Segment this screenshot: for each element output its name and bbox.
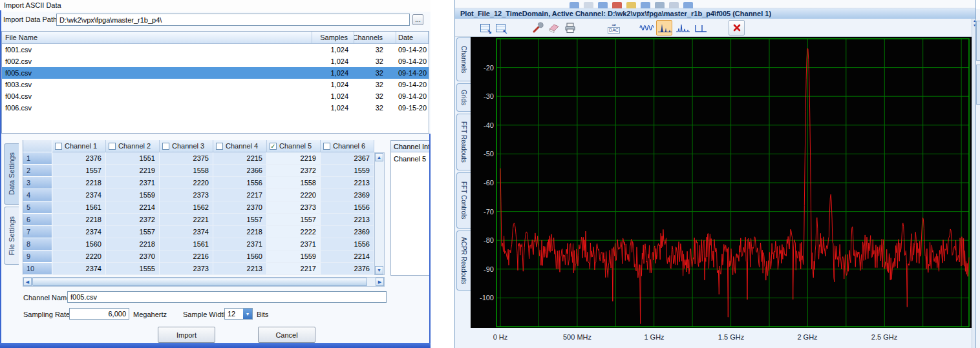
grid-cell[interactable]: 1562 (160, 201, 213, 214)
scroll-up-icon[interactable]: ▲ (375, 153, 383, 161)
grid-cell[interactable]: 2219 (106, 165, 160, 177)
import-data-button[interactable]: ↖ (493, 20, 509, 36)
grid-cell[interactable]: 1559 (267, 251, 321, 263)
file-row-f001.csv[interactable]: f001.csv1,0243209-14-20 (2, 44, 429, 56)
file-row-f006.csv[interactable]: f006.csv1,0243209-15-20 (2, 102, 429, 114)
scroll-down-icon[interactable]: ▼ (375, 266, 383, 274)
row-header[interactable]: 7 (23, 226, 52, 238)
row-header[interactable]: 9 (23, 251, 52, 263)
plot-canvas[interactable]: -20-30-40-50-60-70-80-90-100 (471, 37, 972, 328)
file-row-f002.csv[interactable]: f002.csv1,0243209-14-20 (2, 56, 429, 67)
dropdown-arrow-icon[interactable]: ▾ (243, 309, 252, 319)
scroll-left-icon[interactable]: ◀ (23, 278, 32, 286)
grid-cell[interactable]: 1557 (267, 214, 321, 226)
grid-cell[interactable]: 2373 (267, 201, 321, 214)
grid-cell[interactable]: 1560 (52, 238, 106, 251)
grid-cell[interactable]: 1561 (52, 201, 106, 214)
grid-cell[interactable]: 2221 (160, 214, 213, 226)
file-table-column-header[interactable]: Channels (354, 32, 396, 43)
dialog-titlebar[interactable]: Import ASCII Data (0, 0, 431, 12)
grid-cell[interactable]: 1551 (106, 152, 160, 165)
grid-cell[interactable]: 1555 (106, 263, 160, 275)
grid-cell[interactable]: 2213 (321, 214, 374, 226)
fft-view-button[interactable] (656, 20, 672, 36)
grid-cell[interactable]: 2218 (213, 226, 267, 238)
grid-cell[interactable]: 1556 (321, 238, 374, 251)
sampling-rate-input[interactable]: 6,000 (69, 308, 129, 320)
file-table-column-header[interactable]: Date (396, 32, 429, 43)
grid-cell[interactable]: 2374 (160, 226, 213, 238)
column-header-channel-4[interactable]: Channel 4 (213, 140, 267, 152)
plot-titlebar[interactable]: Plot_File_12_TimeDomain, Active Channel:… (455, 8, 976, 19)
grid-cell[interactable]: 2217 (267, 263, 321, 275)
column-header-channel-1[interactable]: Channel 1 (52, 140, 106, 152)
column-header-channel-2[interactable]: Channel 2 (106, 140, 160, 152)
grid-cell[interactable]: 2374 (52, 226, 106, 238)
grid-cell[interactable]: 2215 (213, 152, 267, 165)
print-button[interactable] (562, 20, 578, 36)
grid-cell[interactable]: 2220 (267, 189, 321, 201)
grid-cell[interactable]: 2218 (52, 214, 106, 226)
import-path-input[interactable]: D:\wk2\vpx\fpga\master_r1b_p4\ (56, 14, 410, 26)
grid-cell[interactable]: 1560 (213, 251, 267, 263)
grid-cell[interactable]: 2373 (160, 189, 213, 201)
plot-tab-grids[interactable]: Grids (456, 83, 471, 112)
grid-cell[interactable]: 2371 (106, 177, 160, 189)
grid-cell[interactable]: 2213 (213, 263, 267, 275)
channel-checkbox[interactable] (55, 143, 62, 150)
grid-cell[interactable]: 1558 (267, 177, 321, 189)
channel-checkbox[interactable] (323, 143, 330, 150)
time-domain-view-button[interactable] (638, 20, 654, 36)
grid-cell[interactable]: 2369 (321, 189, 374, 201)
scroll-right-icon[interactable]: ▶ (376, 278, 384, 286)
erase-plot-button[interactable] (546, 20, 562, 36)
column-header-channel-3[interactable]: Channel 3 (160, 140, 213, 152)
grid-cell[interactable]: 1556 (213, 177, 267, 189)
row-header[interactable]: 5 (23, 201, 52, 214)
row-header[interactable]: 4 (23, 189, 52, 201)
grid-cell[interactable]: 1558 (160, 165, 213, 177)
grid-cell[interactable]: 1557 (52, 165, 106, 177)
plot-tab-fft-controls[interactable]: FFT Controls (456, 172, 471, 229)
column-header-channel-5[interactable]: ✓Channel 5 (267, 140, 321, 152)
grid-cell[interactable]: 2222 (267, 226, 321, 238)
grid-cell[interactable]: 2219 (267, 152, 321, 165)
row-header[interactable]: 1 (23, 152, 52, 165)
right-scroll-strip[interactable]: ▴▾ (972, 19, 976, 348)
file-row-f004.csv[interactable]: f004.csv1,0243209-14-20 (2, 90, 429, 102)
grid-cell[interactable]: 1559 (321, 165, 374, 177)
grid-cell[interactable]: 1559 (106, 189, 160, 201)
grid-cell[interactable]: 2370 (106, 251, 160, 263)
file-row-f005.csv[interactable]: f005.csv1,0243209-14-20 (2, 67, 429, 79)
grid-cell[interactable]: 2372 (267, 165, 321, 177)
grid-cell[interactable]: 2369 (321, 226, 374, 238)
channel-checkbox[interactable] (216, 143, 223, 150)
grid-cell[interactable]: 2370 (213, 201, 267, 214)
tab-data-settings[interactable]: Data Settings (4, 143, 19, 205)
close-plot-button[interactable] (729, 20, 745, 36)
grid-cell[interactable]: 2376 (321, 263, 374, 275)
grid-cell[interactable]: 1557 (106, 226, 160, 238)
grid-cell[interactable]: 2220 (160, 177, 213, 189)
export-data-button[interactable]: ↘ (477, 20, 493, 36)
plot-tab-fft-readouts[interactable]: FFT Readouts (456, 114, 471, 170)
row-header[interactable]: 10 (23, 263, 52, 275)
grid-cell[interactable]: 2366 (213, 165, 267, 177)
channel-checkbox[interactable] (162, 143, 169, 150)
row-header[interactable]: 2 (23, 165, 52, 177)
column-header-channel-6[interactable]: Channel 6 (321, 140, 374, 152)
grid-cell[interactable]: 1561 (160, 238, 213, 251)
cancel-button[interactable]: Cancel (258, 327, 315, 343)
plot-tab-acpr-readouts[interactable]: ACPR Readouts (456, 230, 471, 291)
grid-cell[interactable]: 2374 (52, 189, 106, 201)
grid-cell[interactable]: 2213 (321, 177, 374, 189)
plot-tab-channels[interactable]: Channels (456, 37, 471, 81)
grid-cell[interactable]: 2214 (106, 201, 160, 214)
horizontal-scroll-thumb[interactable] (32, 278, 367, 286)
grid-cell[interactable]: 2375 (160, 152, 213, 165)
channel-checkbox[interactable] (109, 143, 116, 150)
grid-cell[interactable]: 2214 (321, 251, 374, 263)
file-row-f003.csv[interactable]: f003.csv1,0243209-14-20 (2, 79, 429, 90)
grid-cell[interactable]: 2374 (52, 263, 106, 275)
grid-cell[interactable]: 2218 (106, 238, 160, 251)
